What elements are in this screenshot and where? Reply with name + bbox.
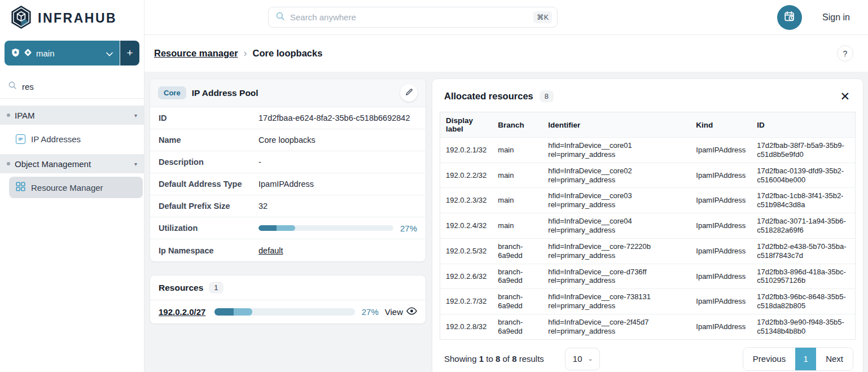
field-id: ID 17d2fbaa-e624-8fa2-35b6-c518b6692842 (150, 107, 426, 129)
cell-identifier: hfid=InfraDevice__core-72220brel=primary… (542, 238, 690, 264)
edit-button[interactable] (400, 84, 418, 102)
topbar: ⌘K Sign in (144, 0, 868, 35)
prefix-utilization-bar (214, 308, 354, 316)
table-row: 192.0.2.8/32 branch-6a9edd hfid=InfraDev… (440, 314, 856, 340)
cell-display-label: 192.0.2.6/32 (440, 264, 493, 289)
field-label: ID (159, 113, 258, 122)
cell-id: 17d2fbb2-e438-5b70-35ba-c518f7843c7d (751, 238, 855, 264)
cell-identifier: hfid=InfraDevice__core-2f45d7rel=primary… (542, 314, 690, 340)
chevron-down-icon: ▾ (134, 161, 137, 167)
resources-card-header: Resources 1 (150, 275, 426, 300)
nav-group-ipam[interactable]: IPAM ▾ (0, 106, 144, 125)
cell-branch: branch-6a9edd (492, 238, 542, 264)
sign-in-button[interactable]: Sign in (822, 12, 850, 23)
field-label: Utilization (159, 224, 258, 233)
resources-card: Resources 1 192.0.2.0/27 27% (150, 275, 426, 324)
topbar-right: Sign in (777, 5, 868, 30)
field-label: Description (159, 157, 258, 167)
nav-item-label: Resource Manager (31, 183, 103, 192)
utilization-percent: 27% (400, 224, 417, 233)
field-ip-namespace: Ip Namespace default (150, 239, 426, 261)
group-bullet-icon (7, 162, 10, 165)
sidebar-filter-input[interactable] (22, 82, 136, 91)
cell-kind: IpamIPAddress (690, 163, 751, 188)
results-summary: Showing 1 to 8 of 8 results (444, 354, 544, 364)
main-area: ⌘K Sign in Re (144, 0, 868, 372)
cell-branch: branch-6a9edd (492, 289, 542, 314)
help-button[interactable]: ? (837, 45, 853, 62)
allocated-resources-panel: Allocated resources 8 ✕ Display label Br… (432, 78, 863, 372)
pool-card-header: Core IP Address Pool (150, 79, 426, 107)
brand-name: INFRAHUB (38, 11, 117, 26)
create-branch-button[interactable]: + (120, 41, 139, 65)
branch-name: main (36, 49, 102, 58)
group-label: IPAM (15, 111, 134, 120)
cell-id: 17d2fbb3-896d-418a-35bc-c5102957126b (751, 264, 855, 289)
global-search-input[interactable] (290, 12, 528, 22)
utilization-bar (258, 225, 393, 231)
utilization-reserved-segment (234, 308, 253, 316)
chevron-down-icon (106, 49, 113, 58)
allocated-title: Allocated resources (444, 91, 533, 102)
allocated-count-badge: 8 (540, 90, 554, 102)
close-icon[interactable]: ✕ (836, 89, 853, 103)
search-icon (8, 81, 17, 92)
cell-display-label: 192.0.2.5/32 (440, 238, 493, 264)
schedule-avatar-button[interactable] (777, 5, 802, 30)
cell-identifier: hfid=InfraDevice__core-d736ffrel=primary… (542, 264, 690, 289)
cell-kind: IpamIPAddress (690, 138, 751, 163)
next-page-button[interactable]: Next (816, 348, 853, 370)
left-column: Core IP Address Pool ID 17d2fbaa-e624-8f… (150, 78, 426, 324)
pool-detail-card: Core IP Address Pool ID 17d2fbaa-e624-8f… (150, 78, 426, 262)
cell-branch: main (492, 163, 542, 188)
table-footer: Showing 1 to 8 of 8 results 10 ⌄ Previou… (440, 347, 856, 371)
table-row: 192.0.2.3/32 main hfid=InfraDevice__core… (440, 188, 856, 213)
resource-row: 192.0.2.0/27 27% View (150, 300, 426, 323)
prefix-utilization-percent: 27% (362, 307, 379, 317)
utilization-reserved-segment (277, 225, 295, 231)
table-row: 192.0.2.4/32 main hfid=InfraDevice__core… (440, 213, 856, 239)
cell-identifier: hfid=InfraDevice__core-738131rel=primary… (542, 289, 690, 314)
cell-id: 17d2fbb3-9e90-f948-35b5-c51348b4b8b0 (751, 314, 855, 340)
grid-icon (16, 182, 25, 193)
column-id: ID (751, 112, 855, 138)
sidebar-item-ip-addresses[interactable]: IP IP Addresses (0, 128, 143, 150)
field-default-prefix-size: Default Prefix Size 32 (150, 195, 426, 217)
sidebar-item-resource-manager[interactable]: Resource Manager (9, 177, 143, 198)
allocated-panel-header: Allocated resources 8 ✕ (440, 87, 856, 103)
field-label: Default Prefix Size (159, 202, 258, 211)
ip-namespace-link[interactable]: default (258, 246, 283, 255)
column-kind: Kind (690, 112, 751, 138)
group-bullet-icon (7, 113, 10, 117)
column-identifier: Identifier (542, 112, 690, 138)
chevron-right-icon: › (244, 47, 247, 59)
field-value: 32 (258, 202, 268, 211)
brand-logo[interactable]: INFRAHUB (0, 0, 144, 35)
branch-selector-button[interactable]: main (5, 41, 120, 65)
table-row: 192.0.2.7/32 branch-6a9edd hfid=InfraDev… (440, 289, 856, 314)
eye-icon (406, 307, 417, 317)
global-search: ⌘K (268, 7, 558, 28)
view-button[interactable]: View (385, 307, 417, 317)
cell-id: 17d2fbac-3071-1a94-35b6-c518282a69f6 (751, 213, 855, 239)
cell-identifier: hfid=InfraDevice__core02rel=primary_addr… (542, 163, 690, 188)
breadcrumb-parent-link[interactable]: Resource manager (154, 48, 238, 59)
page-size-select[interactable]: 10 ⌄ (565, 348, 600, 370)
field-label: Ip Namespace (159, 246, 258, 255)
field-label: Default Address Type (159, 180, 258, 189)
cell-kind: IpamIPAddress (690, 238, 751, 264)
pool-card-title: IP Address Pool (192, 88, 258, 98)
search-icon (275, 11, 285, 23)
nav-group-object-management[interactable]: Object Management ▾ (0, 154, 144, 173)
group-label: Object Management (15, 159, 134, 169)
shield-star-icon (11, 48, 20, 59)
previous-page-button[interactable]: Previous (743, 348, 795, 370)
table-row: 192.0.2.2/32 main hfid=InfraDevice__core… (440, 163, 856, 188)
content: Core IP Address Pool ID 17d2fbaa-e624-8f… (144, 72, 868, 372)
page-number-button[interactable]: 1 (795, 348, 816, 370)
cell-kind: IpamIPAddress (690, 213, 751, 239)
cell-identifier: hfid=InfraDevice__core01rel=primary_addr… (542, 138, 690, 163)
view-label: View (385, 307, 403, 317)
prefix-link[interactable]: 192.0.2.0/27 (159, 307, 205, 317)
sidebar-nav: IPAM ▾ IP IP Addresses Object Management… (0, 106, 144, 203)
